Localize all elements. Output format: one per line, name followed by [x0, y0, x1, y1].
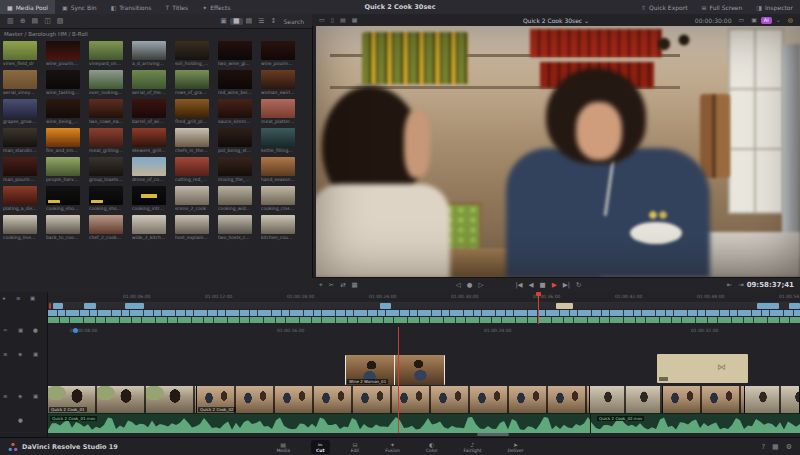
v1-enable-icon[interactable]: ▣	[33, 394, 38, 400]
media-clip[interactable]: over_looking_a_vi	[89, 70, 123, 96]
timeline-ruler[interactable]: 01:00:08:0001:00:16:0001:00:24:0001:00:3…	[48, 327, 800, 336]
focus-overlay-icon[interactable]: ◎	[785, 17, 796, 23]
media-clip[interactable]: hand_seasoning	[261, 157, 295, 183]
v2-lock-icon[interactable]: ◈	[18, 352, 22, 358]
media-clip[interactable]: chef_2_cook_sho	[89, 215, 123, 241]
overview-clip[interactable]	[757, 303, 779, 309]
tab-effects[interactable]: ✦Effects	[195, 0, 237, 14]
search-button[interactable]: Search	[279, 18, 308, 25]
media-clip[interactable]: a_d_arriving_over	[132, 41, 166, 67]
v2-clip[interactable]: Wine 2 Woman_01	[345, 355, 445, 385]
media-clip[interactable]: back_to_cook_sh	[46, 215, 80, 241]
tab-transitions[interactable]: ◧Transitions	[104, 0, 159, 14]
media-clip[interactable]: scene_2_cook	[175, 186, 209, 212]
v1-clip-3[interactable]	[590, 386, 663, 413]
v1-clip-4[interactable]	[663, 386, 745, 413]
go-to-end-icon[interactable]: ▶|	[560, 282, 573, 289]
source-tape-icon[interactable]: ▭	[316, 17, 328, 23]
media-clip[interactable]: cooking_show_fin	[89, 186, 123, 212]
video-track-1[interactable]: Quick 2 Cook_01 Quick 2 Cook_02	[48, 386, 800, 413]
tab-titles[interactable]: TTitles	[158, 0, 195, 14]
trim-tool-icon[interactable]: ⇄	[337, 282, 348, 289]
overview-track-video[interactable]	[48, 310, 800, 316]
overview-lock-icon[interactable]: ▣	[30, 296, 35, 302]
timeline-playhead[interactable]	[398, 327, 399, 433]
page-tab-media[interactable]: ▤Media	[271, 440, 295, 454]
media-clip[interactable]: rows_of_grapes_d	[175, 70, 209, 96]
film-strip-icon[interactable]: ▤	[337, 17, 349, 23]
media-clip[interactable]: wine_pouring_into	[261, 41, 295, 67]
overview-clip[interactable]	[125, 303, 144, 309]
thumbnail-view-icon[interactable]: ▦	[230, 18, 243, 25]
media-clip[interactable]: sauce_simmering	[218, 99, 252, 125]
media-clip[interactable]: vines_field_dr	[3, 41, 37, 67]
clip-info-icon[interactable]: ▧	[54, 18, 67, 25]
import-media-icon[interactable]: ▥	[4, 18, 17, 25]
tab-media-pool[interactable]: ▦Media Pool	[0, 0, 55, 14]
overview-track-audio[interactable]	[48, 317, 800, 323]
timeline-tools-icon[interactable]: ▸	[3, 296, 6, 302]
media-clip[interactable]: plating_a_dish_ov	[3, 186, 37, 212]
play-icon[interactable]: ▶	[549, 282, 560, 289]
step-back-icon[interactable]: ◀	[526, 282, 537, 289]
media-clip[interactable]: mixing_the_choco	[218, 157, 252, 183]
v1-clip-2[interactable]: Quick 2 Cook_02	[197, 386, 590, 413]
overview-ruler[interactable]: 01:00:06:0001:00:12:0001:00:18:0001:00:2…	[48, 292, 800, 303]
media-clip[interactable]: man_standing_ov	[3, 128, 37, 154]
media-clip[interactable]: aerial_vineyard_r	[3, 70, 37, 96]
media-clip[interactable]: two_wine_glasses	[218, 41, 252, 67]
v1-clip-5[interactable]	[745, 386, 800, 413]
page-tab-fairlight[interactable]: ♪Fairlight	[459, 440, 487, 454]
shuttle-forward-icon[interactable]: ▷	[475, 282, 486, 289]
v1-clip-1[interactable]: Quick 2 Cook_01	[48, 386, 197, 413]
overview-clip[interactable]	[53, 303, 63, 309]
ai-tools-icon[interactable]: AI	[761, 17, 772, 24]
timeline-rail[interactable]: 01:00:06:0001:00:12:0001:00:18:0001:00:2…	[48, 292, 800, 437]
media-clip[interactable]: cooking_close_up	[261, 186, 295, 212]
media-clip[interactable]: wine_pouring_slo	[46, 41, 80, 67]
page-tab-fusion[interactable]: ✦Fusion	[380, 440, 404, 454]
v2-enable-icon[interactable]: ▣	[33, 352, 38, 358]
track-options-icon[interactable]: ≡	[16, 296, 21, 302]
media-clip[interactable]: grapes_growing_o	[3, 99, 37, 125]
zoom-fit-icon[interactable]: ≈	[3, 328, 8, 334]
media-clip[interactable]: cutting_red_meat	[175, 157, 209, 183]
page-tab-color[interactable]: ◐Color	[421, 440, 443, 454]
overview-playhead-cap[interactable]	[536, 292, 541, 296]
chevron-down-icon[interactable]: ⌄	[773, 17, 784, 23]
media-clip[interactable]: man_pouring_liqu	[3, 157, 37, 183]
media-clip[interactable]: wine_tasting_glo	[46, 70, 80, 96]
media-clip[interactable]: host_explains_dis	[175, 215, 209, 241]
media-clip[interactable]: drone_of_coastal	[132, 157, 166, 183]
media-clip[interactable]: vineyard_on_a_hil	[89, 41, 123, 67]
media-clip[interactable]: meat_platter_spre	[261, 99, 295, 125]
viewer-video-frame[interactable]	[316, 26, 800, 277]
single-clip-icon[interactable]: ▯	[328, 17, 337, 23]
quick-export-button[interactable]: ⇧Quick Export	[634, 0, 695, 14]
pointer-tool-icon[interactable]: ⌖	[316, 282, 326, 289]
overview-playhead[interactable]	[538, 292, 539, 324]
page-tab-deliver[interactable]: ➤Deliver	[503, 440, 529, 454]
media-clip[interactable]: cooking_show_tim	[46, 186, 80, 212]
stop-icon[interactable]: ■	[537, 282, 549, 289]
media-clip[interactable]: pot_being_stirred	[218, 128, 252, 154]
inspector-button[interactable]: ◨Inspector	[749, 0, 800, 14]
sync-clips-icon[interactable]: ▤	[29, 18, 42, 25]
overview-clip[interactable]	[49, 303, 51, 309]
title-clip[interactable]: ⋈	[657, 354, 748, 383]
media-clip[interactable]: two_hosts_cookin	[218, 215, 252, 241]
razor-tool-icon[interactable]: ✂	[326, 282, 337, 289]
new-bin-icon[interactable]: ⊕	[17, 18, 29, 25]
media-clip[interactable]: woman_swirling_w	[261, 70, 295, 96]
audio-track-1[interactable]: Quick 2 Cook_01.mov Quick 2 Cook_02.mov	[48, 413, 800, 433]
page-tab-edit[interactable]: ⊟Edit	[346, 440, 365, 454]
timeline-scrollbar[interactable]	[477, 433, 509, 436]
media-clip[interactable]: cooking_intro_seg	[132, 186, 166, 212]
snap-tool-icon[interactable]: ▦	[349, 282, 361, 289]
list-view-icon[interactable]: ☰	[255, 18, 267, 25]
sort-icon[interactable]: ↕	[268, 18, 280, 25]
overview-clip[interactable]	[789, 303, 800, 309]
v1-lock-icon[interactable]: ◈	[18, 394, 22, 400]
media-clip[interactable]: aerial_of_the_vin	[132, 70, 166, 96]
media-clip[interactable]: wine_being_poure	[46, 99, 80, 125]
